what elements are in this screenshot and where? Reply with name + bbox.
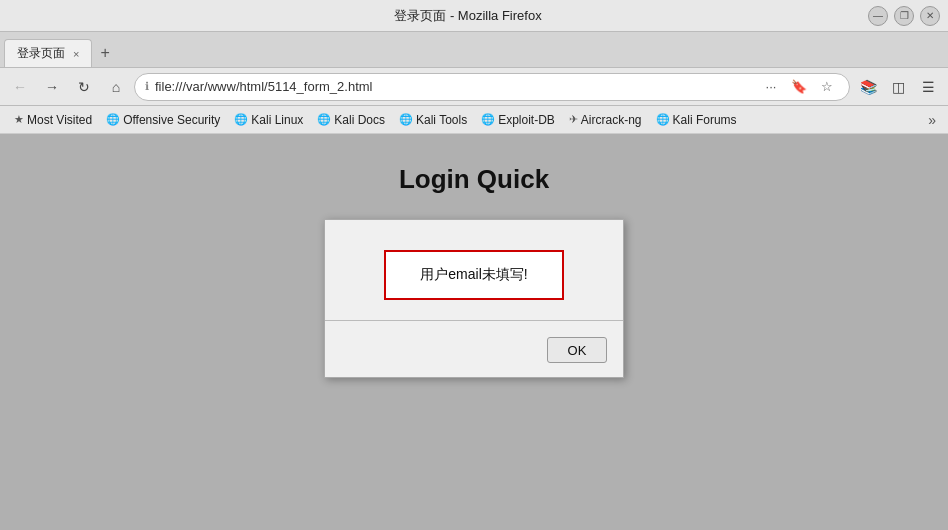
page-content: Login Quick 用户email未填写! OK <box>0 134 948 530</box>
most-visited-icon: ★ <box>14 113 24 126</box>
minimize-button[interactable]: — <box>868 6 888 26</box>
home-button[interactable]: ⌂ <box>102 73 130 101</box>
bookmark-exploit-db-label: Exploit-DB <box>498 113 555 127</box>
aircrack-icon: ✈ <box>569 113 578 126</box>
new-tab-button[interactable]: + <box>92 39 117 67</box>
dialog-message: 用户email未填写! <box>384 250 564 300</box>
bookmark-aircrack[interactable]: ✈ Aircrack-ng <box>563 111 648 129</box>
bookmark-kali-forums[interactable]: 🌐 Kali Forums <box>650 111 743 129</box>
kali-docs-icon: 🌐 <box>317 113 331 126</box>
address-more-button[interactable]: ··· <box>759 75 783 99</box>
bookmark-offensive-security-label: Offensive Security <box>123 113 220 127</box>
window-title: 登录页面 - Mozilla Firefox <box>68 7 868 25</box>
pocket-button[interactable]: 🔖 <box>787 75 811 99</box>
bookmark-kali-forums-label: Kali Forums <box>673 113 737 127</box>
offensive-security-icon: 🌐 <box>106 113 120 126</box>
dialog-buttons: OK <box>325 331 623 377</box>
window-controls: — ❐ ✕ <box>868 6 940 26</box>
back-button[interactable]: ← <box>6 73 34 101</box>
dialog-ok-button[interactable]: OK <box>547 337 607 363</box>
bookmark-offensive-security[interactable]: 🌐 Offensive Security <box>100 111 226 129</box>
dialog-separator <box>325 320 623 321</box>
active-tab[interactable]: 登录页面 × <box>4 39 92 67</box>
maximize-button[interactable]: ❐ <box>894 6 914 26</box>
exploit-db-icon: 🌐 <box>481 113 495 126</box>
kali-forums-icon: 🌐 <box>656 113 670 126</box>
address-bar[interactable]: ℹ file:///var/www/html/5114_form_2.html … <box>134 73 850 101</box>
address-info-icon: ℹ <box>145 80 149 93</box>
tab-bar: 登录页面 × + <box>0 32 948 68</box>
page-title: Login Quick <box>399 164 549 195</box>
bookmark-star-button[interactable]: ☆ <box>815 75 839 99</box>
bookmark-most-visited-label: Most Visited <box>27 113 92 127</box>
bookmark-kali-linux[interactable]: 🌐 Kali Linux <box>228 111 309 129</box>
tab-close-button[interactable]: × <box>73 48 79 60</box>
tab-label: 登录页面 <box>17 45 65 62</box>
forward-button[interactable]: → <box>38 73 66 101</box>
bookmark-kali-docs[interactable]: 🌐 Kali Docs <box>311 111 391 129</box>
menu-button[interactable]: ☰ <box>914 73 942 101</box>
library-button[interactable]: 📚 <box>854 73 882 101</box>
bookmark-kali-tools-label: Kali Tools <box>416 113 467 127</box>
bookmark-aircrack-label: Aircrack-ng <box>581 113 642 127</box>
kali-linux-icon: 🌐 <box>234 113 248 126</box>
nav-right-buttons: 📚 ◫ ☰ <box>854 73 942 101</box>
title-bar: 登录页面 - Mozilla Firefox — ❐ ✕ <box>0 0 948 32</box>
bookmark-exploit-db[interactable]: 🌐 Exploit-DB <box>475 111 561 129</box>
address-text: file:///var/www/html/5114_form_2.html <box>155 79 753 94</box>
bookmark-most-visited[interactable]: ★ Most Visited <box>8 111 98 129</box>
dialog-content: 用户email未填写! <box>325 220 623 320</box>
bookmark-kali-tools[interactable]: 🌐 Kali Tools <box>393 111 473 129</box>
bookmarks-bar: ★ Most Visited 🌐 Offensive Security 🌐 Ka… <box>0 106 948 134</box>
dialog-box: 用户email未填写! OK <box>324 219 624 378</box>
bookmarks-more-button[interactable]: » <box>924 110 940 130</box>
sidebar-button[interactable]: ◫ <box>884 73 912 101</box>
reload-button[interactable]: ↻ <box>70 73 98 101</box>
bookmark-kali-linux-label: Kali Linux <box>251 113 303 127</box>
kali-tools-icon: 🌐 <box>399 113 413 126</box>
close-button[interactable]: ✕ <box>920 6 940 26</box>
bookmark-kali-docs-label: Kali Docs <box>334 113 385 127</box>
nav-bar: ← → ↻ ⌂ ℹ file:///var/www/html/5114_form… <box>0 68 948 106</box>
address-actions: ··· 🔖 ☆ <box>759 75 839 99</box>
